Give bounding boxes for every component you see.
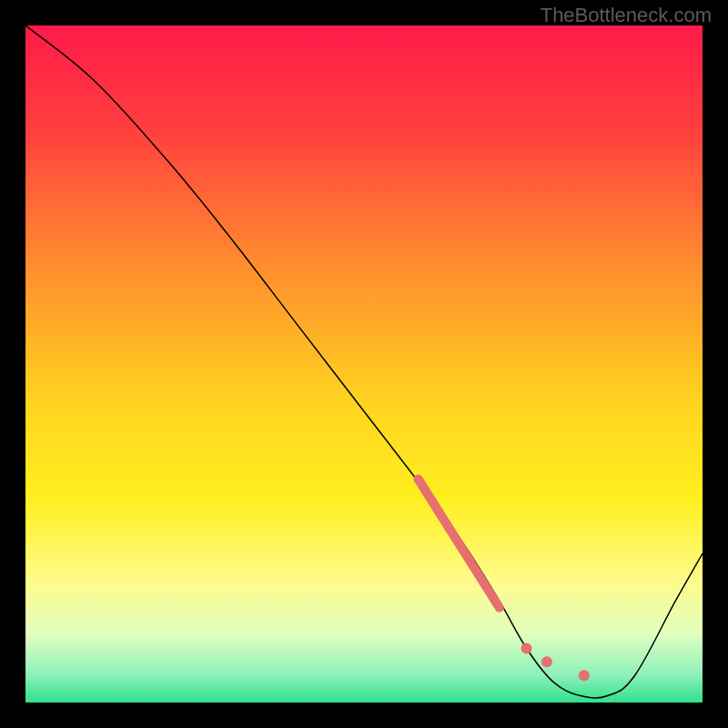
plot-area	[25, 25, 703, 703]
gradient-background	[25, 25, 703, 703]
chart-container: TheBottleneck.com	[0, 0, 728, 728]
highlight-dot	[579, 670, 590, 681]
watermark-text: TheBottleneck.com	[541, 4, 712, 27]
chart-svg	[25, 25, 703, 703]
highlight-dot	[521, 642, 532, 653]
highlight-dot	[541, 656, 552, 667]
